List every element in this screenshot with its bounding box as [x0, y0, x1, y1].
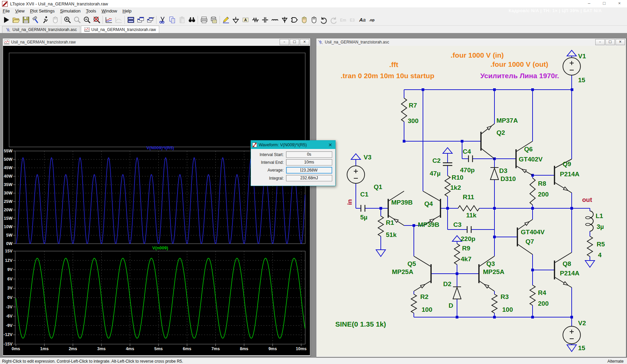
tile-horizontal-icon[interactable]: [126, 15, 136, 25]
tile-vertical-icon[interactable]: [136, 15, 145, 25]
schematic-label[interactable]: Q6: [524, 146, 533, 153]
schematic-label[interactable]: .four 1000 V (out): [490, 60, 548, 68]
schematic-label[interactable]: C3: [453, 221, 461, 228]
waveform-plot-area[interactable]: V(N009)*I(R5)55W50W45W40W35W30W25W20W15W…: [3, 46, 310, 355]
menu-file[interactable]: File: [0, 8, 12, 14]
schematic-label[interactable]: D: [449, 302, 453, 309]
schematic-label[interactable]: 200: [538, 300, 549, 307]
save-icon[interactable]: [21, 15, 31, 25]
menu-help[interactable]: Help: [120, 8, 134, 14]
schematic-label[interactable]: .four 1000 V (in): [451, 51, 504, 59]
schematic-label[interactable]: .tran 0 20m 10m 10u startup: [341, 72, 434, 80]
schematic-label[interactable]: Усилитель Лина 1970г.: [480, 72, 559, 80]
schematic-label[interactable]: Q8: [563, 260, 571, 267]
trace-label[interactable]: V(n009): [152, 245, 168, 250]
schematic-label[interactable]: 470p: [460, 166, 475, 174]
schematic-minimize-button[interactable]: –: [595, 39, 605, 45]
edit-pencil-icon[interactable]: [221, 15, 231, 25]
schematic-label[interactable]: R1: [386, 219, 394, 226]
control-panel-icon[interactable]: [31, 15, 40, 25]
schematic-label[interactable]: MP39B: [391, 199, 412, 206]
schematic-label[interactable]: MP25A: [483, 268, 505, 275]
undo-icon[interactable]: [319, 15, 329, 25]
waveform-window-titlebar[interactable]: Usil_na_GERMAN_tranzistorah.raw – □ ×: [3, 38, 310, 46]
schematic-label[interactable]: MP25A: [392, 268, 414, 275]
ground-icon[interactable]: [231, 15, 240, 25]
schematic-label[interactable]: V3: [364, 154, 371, 161]
schematic-label[interactable]: C2: [432, 157, 440, 164]
schematic-label[interactable]: Q4: [424, 200, 433, 207]
zoom-out-icon[interactable]: [82, 15, 92, 25]
pan-hand-icon[interactable]: [309, 15, 319, 25]
schematic-label[interactable]: R10: [452, 174, 463, 181]
schematic-label[interactable]: 47µ: [430, 170, 440, 177]
schematic-label[interactable]: GT404V: [521, 229, 545, 236]
net-label-icon[interactable]: A: [240, 15, 250, 25]
schematic-label[interactable]: .fft: [389, 61, 398, 68]
cut-icon[interactable]: [158, 15, 167, 25]
schematic-label[interactable]: Q3: [486, 260, 495, 267]
schematic-label[interactable]: 5µ: [360, 214, 368, 221]
schematic-label[interactable]: R3: [501, 293, 509, 300]
print-preview-icon[interactable]: [209, 15, 219, 25]
schematic-label[interactable]: 4k7: [461, 255, 472, 263]
schematic-label[interactable]: R7: [409, 102, 417, 109]
schematic-label[interactable]: 100: [502, 306, 513, 313]
schematic-restore-button[interactable]: □: [605, 39, 615, 45]
schematic-label[interactable]: Q5: [407, 260, 416, 267]
restore-button[interactable]: □: [597, 0, 612, 7]
schematic-label[interactable]: 15: [578, 344, 586, 352]
inductor-icon[interactable]: [270, 15, 280, 25]
schematic-label[interactable]: D2: [443, 280, 451, 287]
schematic-label[interactable]: 51k: [386, 231, 397, 238]
interval-start-input[interactable]: 0s: [286, 151, 332, 158]
schematic-label[interactable]: D3: [499, 167, 507, 174]
interval-end-input[interactable]: 10ms: [286, 159, 332, 165]
schematic-label[interactable]: 15: [578, 77, 586, 84]
schematic-close-button[interactable]: ×: [616, 39, 625, 45]
schematic-label[interactable]: C1: [360, 191, 369, 198]
schematic-label[interactable]: R2: [420, 293, 428, 300]
plot-settings-icon[interactable]: [104, 15, 114, 25]
schematic-label[interactable]: R4: [538, 289, 546, 296]
drag-hand-icon[interactable]: [299, 15, 309, 25]
schematic-label[interactable]: V1: [578, 53, 586, 60]
text-tool-icon[interactable]: Aa: [358, 15, 368, 25]
schematic-label[interactable]: 1k2: [450, 184, 461, 191]
waveform-restore-button[interactable]: □: [290, 39, 299, 45]
schematic-label[interactable]: C4: [463, 148, 471, 155]
waveform-minimize-button[interactable]: –: [280, 39, 289, 45]
schematic-label[interactable]: 4: [598, 251, 602, 259]
cascade-icon[interactable]: [145, 15, 155, 25]
open-icon[interactable]: [11, 15, 21, 25]
minimize-button[interactable]: –: [581, 0, 597, 7]
schematic-label[interactable]: R5: [597, 241, 605, 248]
schematic-label[interactable]: out: [582, 196, 592, 203]
schematic-label[interactable]: L1: [596, 212, 603, 219]
schematic-label[interactable]: Q2: [496, 129, 505, 136]
schematic-label[interactable]: in: [346, 199, 353, 205]
schematic-label[interactable]: 300: [408, 117, 419, 124]
copy-icon[interactable]: [167, 15, 177, 25]
schematic-label[interactable]: Q9: [563, 160, 571, 168]
gate-icon[interactable]: [289, 15, 299, 25]
schematic-label[interactable]: R11: [463, 193, 474, 201]
spice-directive-icon[interactable]: .op: [368, 15, 377, 25]
close-button[interactable]: ×: [612, 0, 627, 7]
schematic-label[interactable]: V2: [578, 320, 586, 327]
schematic-label[interactable]: SINE(0 1.35 1k): [335, 320, 386, 328]
menu-view[interactable]: View: [12, 8, 27, 14]
capacitor-icon[interactable]: [260, 15, 270, 25]
schematic-label[interactable]: MP37A: [496, 117, 518, 124]
print-icon[interactable]: [199, 15, 209, 25]
menu-window[interactable]: Window: [99, 8, 120, 14]
menu-simulation[interactable]: Simulation: [57, 8, 83, 14]
find-icon[interactable]: [187, 15, 197, 25]
run-man-icon[interactable]: [40, 15, 50, 25]
schematic-label[interactable]: D310: [501, 175, 516, 182]
waveform-dialog-titlebar[interactable]: Waveform: V(N009)*I(R5) ✕: [251, 141, 335, 149]
trace-label[interactable]: V(N009)*I(R5): [146, 145, 174, 150]
average-input[interactable]: 23.268W: [286, 167, 332, 174]
menu-tools[interactable]: Tools: [83, 8, 99, 14]
schematic-label[interactable]: 11k: [466, 212, 477, 219]
